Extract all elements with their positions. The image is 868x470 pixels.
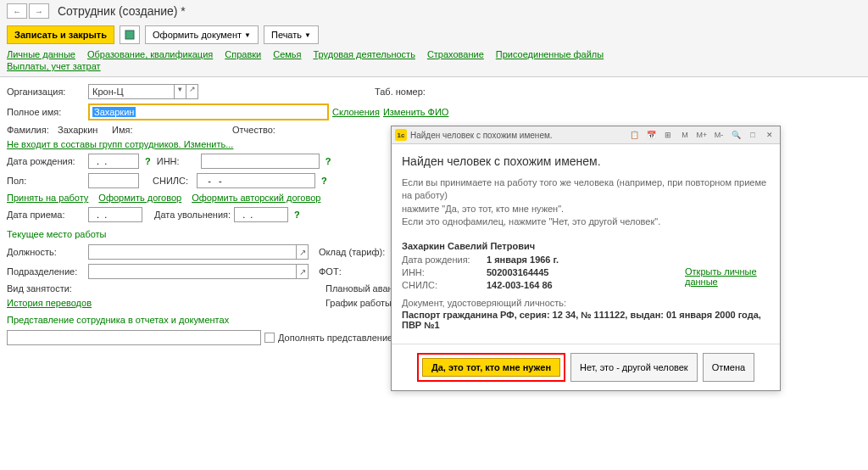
m-plus-button[interactable]: M+ [695, 128, 709, 142]
groups-link[interactable]: Не входит в составы групп сотрудников. И… [7, 139, 233, 149]
person-name: Захаркин Савелий Петрович [402, 241, 770, 251]
maximize-icon[interactable]: □ [746, 128, 760, 142]
dialog-titlebar: Найден человек с похожим именем. [410, 131, 624, 140]
tab-refs[interactable]: Справки [225, 49, 261, 59]
svg-rect-0 [125, 31, 134, 39]
pol-input[interactable] [88, 173, 139, 188]
pa-label: Плановый аванс: [326, 283, 400, 294]
fot-label: ФОТ: [319, 266, 342, 277]
zoom-icon[interactable]: 🔍 [729, 128, 743, 142]
department-field[interactable]: ↗ [88, 264, 309, 279]
dp-label: Дата приема: [7, 210, 85, 220]
fam-label: Фамилия: [7, 125, 54, 135]
calc-icon[interactable]: ⊞ [661, 128, 675, 142]
doc-button[interactable]: Оформить документ ▼ [145, 25, 259, 44]
author-contract-link[interactable]: Оформить авторский договор [192, 193, 320, 203]
open-icon: ↗ [296, 245, 308, 259]
cancel-button[interactable]: Отмена [703, 353, 754, 382]
name-label: Полное имя: [7, 107, 85, 117]
person-snils: 142-003-164 86 [487, 280, 553, 290]
yes-button[interactable]: Да, это тот, кто мне нужен [422, 358, 560, 377]
dialog-heading: Найден человек с похожим именем. [402, 154, 770, 168]
fullname-input[interactable]: Захаркин [88, 104, 329, 120]
nav-back[interactable]: ← [7, 3, 27, 19]
snils-label: СНИЛС: [153, 176, 193, 186]
fam-value: Захаркин [58, 125, 108, 135]
help-icon[interactable]: ? [292, 210, 303, 220]
dob-input[interactable] [88, 154, 139, 169]
doc-label: Документ, удостоверяющий личность: [402, 298, 770, 308]
okl-label: Оклад (тариф): [319, 247, 385, 257]
tab-files[interactable]: Присоединенные файлы [496, 49, 604, 59]
inn-label: ИНН: [157, 156, 198, 166]
vz-label: Вид занятости: [7, 283, 85, 294]
org-label: Организация: [7, 87, 85, 97]
transfer-history-link[interactable]: История переводов [7, 298, 92, 308]
chevron-down-icon[interactable]: ▾ [174, 85, 186, 98]
open-icon: ↗ [296, 265, 308, 278]
tab-personal[interactable]: Личные данные [7, 49, 75, 59]
no-button[interactable]: Нет, это - другой человек [570, 353, 698, 382]
repr-input[interactable] [7, 330, 261, 345]
dob-label: Дата рождения: [7, 156, 85, 166]
pod-label: Подразделение: [7, 266, 85, 277]
tab-family[interactable]: Семья [273, 49, 301, 59]
pol-label: Пол: [7, 176, 85, 186]
doc-value: Паспорт гражданина РФ, серия: 12 34, № 1… [402, 310, 770, 330]
im-label: Имя: [112, 125, 163, 135]
declensions-link[interactable]: Склонения [332, 107, 380, 117]
dop-label: Дополнять представление [278, 333, 392, 343]
save-close-button[interactable]: Записать и закрыть [7, 25, 114, 44]
du-label: Дата увольнения: [154, 210, 231, 220]
du-input[interactable] [234, 207, 288, 222]
org-select[interactable]: Крон-Ц ▾ ↗ [88, 84, 198, 99]
tab-education[interactable]: Образование, квалификация [87, 49, 213, 59]
help-icon[interactable]: ? [142, 156, 153, 166]
clipboard-icon[interactable]: 📋 [627, 128, 641, 142]
gr-label: График работы: [326, 298, 394, 308]
help-icon[interactable]: ? [323, 156, 334, 166]
open-icon[interactable]: ↗ [186, 85, 198, 98]
person-inn: 502003164445 [487, 267, 548, 277]
tab-insurance[interactable]: Страхование [427, 49, 484, 59]
app-icon: 1c [395, 129, 407, 141]
dp-input[interactable] [88, 207, 142, 222]
position-field[interactable]: ↗ [88, 244, 309, 260]
extend-repr-checkbox[interactable] [264, 333, 275, 343]
print-button[interactable]: Печать ▼ [264, 25, 319, 44]
change-fio-link[interactable]: Изменить ФИО [383, 107, 449, 117]
calendar-icon[interactable]: 📅 [644, 128, 658, 142]
dialog-text: Если вы принимаете на работу того же чел… [402, 176, 770, 229]
help-icon[interactable]: ? [319, 176, 330, 186]
page-title: Сотрудник (создание) * [58, 4, 186, 18]
tab-payments[interactable]: Выплаты, учет затрат [7, 61, 101, 71]
open-personal-link[interactable]: Открыть личные данные [685, 266, 757, 287]
person-dob: 1 января 1966 г. [487, 255, 559, 265]
m-button[interactable]: M [678, 128, 692, 142]
hire-link[interactable]: Принять на работу [7, 193, 88, 203]
tabn-label: Таб. номер: [375, 87, 426, 97]
inn-input[interactable] [201, 154, 320, 169]
save-icon[interactable] [120, 25, 140, 44]
m-minus-button[interactable]: M- [712, 128, 726, 142]
contract-link[interactable]: Оформить договор [98, 193, 181, 203]
ot-label: Отчество: [232, 125, 275, 135]
dol-label: Должность: [7, 247, 85, 257]
tab-work[interactable]: Трудовая деятельность [314, 49, 415, 59]
nav-fwd[interactable]: → [29, 3, 49, 19]
close-icon[interactable]: ✕ [763, 128, 776, 142]
snils-input[interactable] [197, 173, 315, 188]
